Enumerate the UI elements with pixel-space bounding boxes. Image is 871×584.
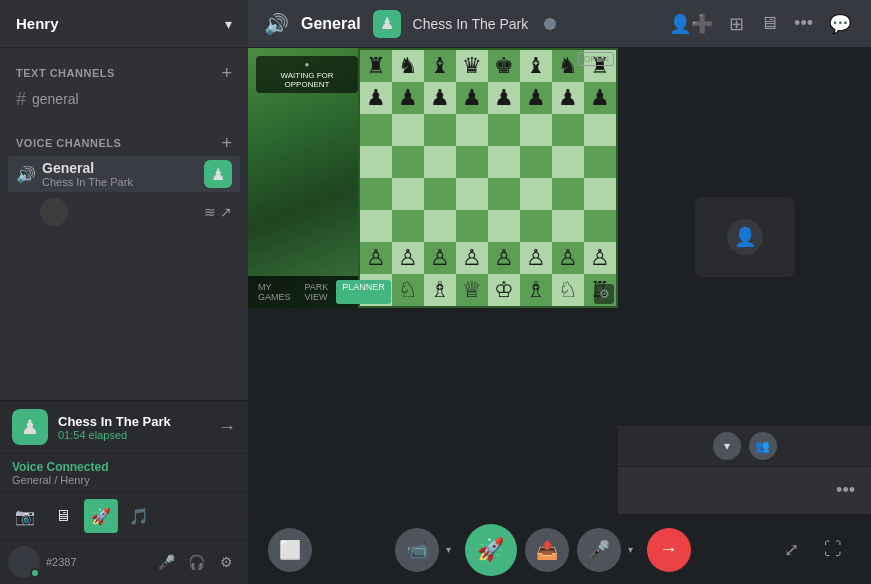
add-friend-button[interactable]: 👤➕ [665, 9, 717, 39]
chat-button[interactable]: 💬 [825, 9, 855, 39]
voice-channel-game-icon: ♟ [204, 160, 232, 188]
screen-share-small-button[interactable]: 🖥 [46, 499, 80, 533]
music-button[interactable]: 🎵 [122, 499, 156, 533]
chess-cell [424, 178, 456, 210]
chess-cell: ♚ [488, 50, 520, 82]
game-screen: ● WAITING FOR OPPONENT ♜ ♞ ♝ ♛ ♚ ♝ ♞ ♜ [248, 48, 618, 308]
expand-button[interactable]: ⤢ [773, 532, 809, 568]
people-icon: 👥 [755, 439, 770, 453]
chess-cell [584, 210, 616, 242]
voice-channel-name: General [42, 160, 204, 176]
mic-arrow-button[interactable]: ▾ [623, 528, 639, 572]
share-with-arrow: 📤 [525, 528, 569, 572]
collapse-button[interactable]: ▾ [713, 432, 741, 460]
game-action-button[interactable]: → [218, 417, 236, 438]
right-top: 👤 [618, 48, 871, 425]
server-header[interactable]: Henry ▾ [0, 0, 248, 48]
chess-cell: ♙ [456, 242, 488, 274]
fullscreen-button[interactable]: ⛶ [815, 532, 851, 568]
park-view-tab[interactable]: PARK VIEW [299, 280, 335, 304]
chess-cell: ♙ [520, 242, 552, 274]
screen-left-icon: ⬜ [279, 539, 301, 561]
text-channels-label: TEXT CHANNELS [16, 67, 115, 79]
online-status-dot [30, 568, 40, 578]
chess-board: ♜ ♞ ♝ ♛ ♚ ♝ ♞ ♜ ♟ ♟ ♟ ♟ ♟ ♟ [358, 48, 618, 308]
voice-controls-bar: 📷 🖥 🚀 🎵 [0, 492, 248, 539]
chess-cell: ♗ [424, 274, 456, 306]
avatar [8, 546, 40, 578]
activity-dot [544, 18, 556, 30]
chess-cell: ♟ [424, 82, 456, 114]
general-channel-label: general [32, 91, 79, 107]
sidebar-item-general-voice[interactable]: 🔊 General Chess In The Park ♟ [8, 156, 240, 192]
chess-cell: ♟ [360, 82, 392, 114]
screen-button[interactable]: 🖥 [756, 9, 782, 38]
collapse-bar: ▾ 👥 [618, 425, 871, 466]
game-name: Chess In The Park [58, 414, 208, 429]
activity-center-button[interactable]: 🚀 [465, 524, 517, 576]
mute-button[interactable]: 🎤 [152, 548, 180, 576]
share-icon: 📤 [536, 539, 558, 561]
header-game-name: Chess In The Park [413, 16, 529, 32]
game-icon-box: ♟ [12, 409, 48, 445]
chess-cell [360, 146, 392, 178]
chess-cell [360, 210, 392, 242]
chess-cell [488, 146, 520, 178]
chess-cell [424, 146, 456, 178]
text-channels-header: TEXT CHANNELS + [8, 64, 240, 82]
more-options-button[interactable]: ••• [790, 9, 817, 38]
share-center-button[interactable]: 📤 [525, 528, 569, 572]
avatar [40, 198, 68, 226]
voice-status-bar: Voice Connected General / Henry [0, 453, 248, 492]
chess-cell: ♘ [392, 274, 424, 306]
add-voice-channel-button[interactable]: + [221, 134, 232, 152]
user-discriminator: #2387 [46, 556, 77, 568]
chess-cell [392, 114, 424, 146]
chess-cell: ♙ [424, 242, 456, 274]
voice-channel-info: General Chess In The Park [42, 160, 204, 188]
my-games-tab[interactable]: MY GAMES [252, 280, 297, 304]
chess-cell [360, 178, 392, 210]
end-call-button[interactable]: → [647, 528, 691, 572]
chess-cell [456, 178, 488, 210]
activity-button[interactable]: 🚀 [84, 499, 118, 533]
user-settings-button[interactable]: ⚙ [212, 548, 240, 576]
chess-piece-icon: ♟ [211, 165, 225, 184]
open-button[interactable]: OPEN [578, 52, 614, 66]
voice-status-label: Voice Connected [12, 460, 236, 474]
chess-cell [520, 114, 552, 146]
chess-cell: ♙ [552, 242, 584, 274]
chess-cell [520, 146, 552, 178]
game-settings-button[interactable]: ⚙ [594, 284, 614, 304]
chess-cell [392, 146, 424, 178]
center-controls: 📹 ▾ 🚀 📤 🎤 ▾ [395, 524, 691, 576]
chess-cell: ♙ [488, 242, 520, 274]
camera-center-button[interactable]: 📹 [395, 528, 439, 572]
chess-cell [552, 146, 584, 178]
chess-cell [392, 210, 424, 242]
voice-status-sub: General / Henry [12, 474, 236, 486]
chess-cell: ♔ [488, 274, 520, 306]
message-dots-button[interactable]: ••• [836, 480, 855, 501]
people-button[interactable]: 👥 [749, 432, 777, 460]
planner-tab[interactable]: PLANNER [336, 280, 391, 304]
right-controls: ⤢ ⛶ [773, 532, 851, 568]
user-panel: #2387 🎤 🎧 ⚙ [0, 539, 248, 584]
camera-arrow-button[interactable]: ▾ [441, 528, 457, 572]
sidebar-item-general-text[interactable]: # general [8, 86, 240, 112]
add-text-channel-button[interactable]: + [221, 64, 232, 82]
message-area: ••• [618, 466, 871, 514]
chess-cell [520, 178, 552, 210]
server-chevron-icon: ▾ [225, 16, 232, 32]
deafen-button[interactable]: 🎧 [182, 548, 210, 576]
header-game-icon: ♟ [373, 10, 401, 38]
chess-cell: ♙ [584, 242, 616, 274]
chess-cell: ♝ [520, 50, 552, 82]
chess-cell [552, 178, 584, 210]
chevron-down-icon: ▾ [724, 439, 730, 453]
mic-center-button[interactable]: 🎤 [577, 528, 621, 572]
grid-view-button[interactable]: ⊞ [725, 9, 748, 39]
share-screen-left-button[interactable]: ⬜ [268, 528, 312, 572]
camera-toggle-button[interactable]: 📷 [8, 499, 42, 533]
chess-cell [584, 114, 616, 146]
